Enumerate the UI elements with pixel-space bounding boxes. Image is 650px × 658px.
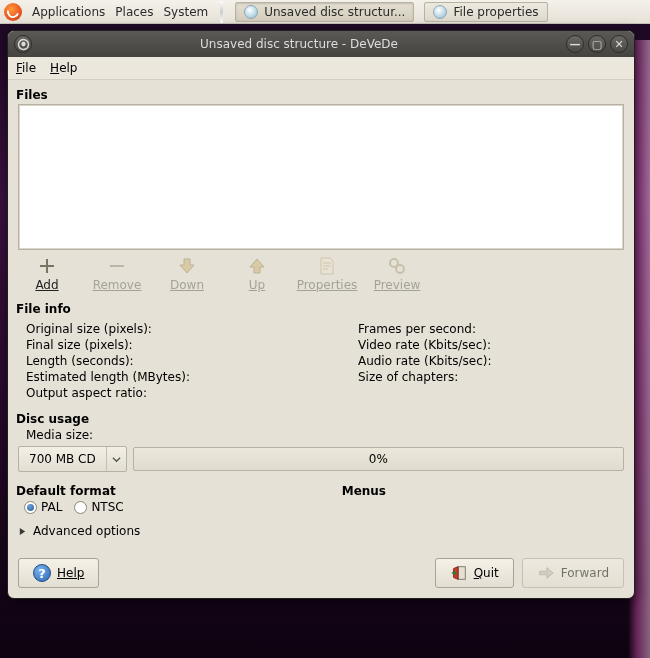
disc-icon <box>433 5 447 19</box>
radio-ntsc-label: NTSC <box>91 500 123 514</box>
radio-ntsc[interactable]: NTSC <box>74 500 123 514</box>
taskbar-label: File properties <box>453 5 538 19</box>
format-heading: Default format <box>16 484 124 498</box>
down-label: Down <box>170 278 204 292</box>
panel-applications[interactable]: Applications <box>32 5 105 19</box>
help-icon: ? <box>33 564 51 582</box>
info-chapters: Size of chapters: <box>358 370 492 384</box>
menu-help[interactable]: Help <box>50 61 77 75</box>
down-button: Down <box>158 256 216 292</box>
preview-button: Preview <box>368 256 426 292</box>
svg-rect-2 <box>458 567 465 580</box>
titlebar[interactable]: ⦿ Unsaved disc structure - DeVeDe — ▢ ✕ <box>8 31 634 57</box>
panel-system[interactable]: System <box>163 5 208 19</box>
quit-icon <box>450 564 468 582</box>
info-final-size: Final size (pixels): <box>26 338 190 352</box>
maximize-icon[interactable]: ▢ <box>588 35 606 53</box>
window-title: Unsaved disc structure - DeVeDe <box>32 37 566 51</box>
info-length: Length (seconds): <box>26 354 190 368</box>
svg-point-1 <box>396 265 404 273</box>
disc-heading: Disc usage <box>16 412 624 426</box>
arrow-up-icon <box>247 256 267 276</box>
menu-file[interactable]: File <box>16 61 36 75</box>
disc-usage-progress: 0% <box>133 447 624 471</box>
taskbar-item-devede[interactable]: Unsaved disc structur... <box>235 2 414 22</box>
plus-icon <box>37 256 57 276</box>
up-label: Up <box>249 278 265 292</box>
arrow-down-icon <box>177 256 197 276</box>
quit-button[interactable]: Quit <box>435 558 514 588</box>
properties-label: Properties <box>297 278 358 292</box>
minimize-icon[interactable]: — <box>566 35 584 53</box>
files-toolbar: Add Remove Down Up Properties Preview <box>18 256 624 292</box>
taskbar-item-fileprops[interactable]: File properties <box>424 2 547 22</box>
preview-icon <box>387 256 407 276</box>
forward-icon <box>537 564 555 582</box>
help-button-label: Help <box>57 566 84 580</box>
quit-button-label: Quit <box>474 566 499 580</box>
radio-icon <box>74 501 87 514</box>
up-button: Up <box>228 256 286 292</box>
radio-pal-label: PAL <box>41 500 62 514</box>
properties-button: Properties <box>298 256 356 292</box>
menubar: File Help <box>8 57 634 80</box>
info-est-length: Estimated length (MBytes): <box>26 370 190 384</box>
preview-label: Preview <box>374 278 421 292</box>
window-menu-icon[interactable]: ⦿ <box>14 35 32 53</box>
triangle-right-icon <box>18 527 27 536</box>
gnome-panel: Applications Places System Unsaved disc … <box>0 0 650 24</box>
info-fps: Frames per second: <box>358 322 492 336</box>
add-button[interactable]: Add <box>18 256 76 292</box>
info-aspect: Output aspect ratio: <box>26 386 190 400</box>
info-arate: Audio rate (Kbits/sec): <box>358 354 492 368</box>
disc-usage-value: 0% <box>369 452 388 466</box>
chevron-down-icon <box>106 447 126 471</box>
taskbar-label: Unsaved disc structur... <box>264 5 405 19</box>
advanced-expander[interactable]: Advanced options <box>18 524 624 538</box>
ubuntu-logo-icon <box>4 3 22 21</box>
help-button[interactable]: ? Help <box>18 558 99 588</box>
media-size-value: 700 MB CD <box>19 452 106 466</box>
remove-label: Remove <box>93 278 142 292</box>
radio-icon <box>24 501 37 514</box>
properties-icon <box>317 256 337 276</box>
media-size-label: Media size: <box>18 428 624 442</box>
disc-icon <box>244 5 258 19</box>
advanced-label: Advanced options <box>33 524 140 538</box>
info-vrate: Video rate (Kbits/sec): <box>358 338 492 352</box>
menus-heading: Menus <box>342 484 386 498</box>
close-icon[interactable]: ✕ <box>610 35 628 53</box>
devede-window: ⦿ Unsaved disc structure - DeVeDe — ▢ ✕ … <box>7 30 635 599</box>
remove-button: Remove <box>88 256 146 292</box>
forward-button: Forward <box>522 558 624 588</box>
media-size-combo[interactable]: 700 MB CD <box>18 446 127 472</box>
panel-places[interactable]: Places <box>115 5 153 19</box>
forward-button-label: Forward <box>561 566 609 580</box>
files-heading: Files <box>16 88 624 102</box>
fileinfo-heading: File info <box>16 302 624 316</box>
add-label: Add <box>35 278 58 292</box>
minus-icon <box>107 256 127 276</box>
panel-divider <box>220 1 223 23</box>
files-listbox[interactable] <box>18 104 624 250</box>
info-original-size: Original size (pixels): <box>26 322 190 336</box>
radio-pal[interactable]: PAL <box>24 500 62 514</box>
